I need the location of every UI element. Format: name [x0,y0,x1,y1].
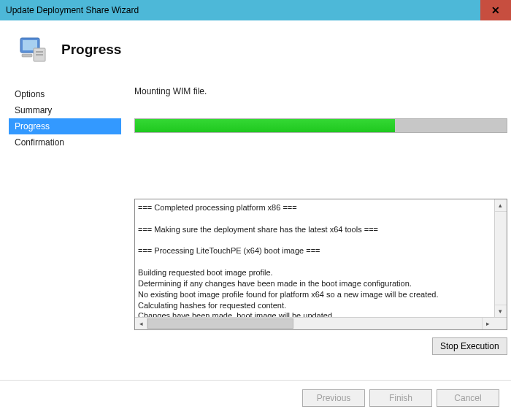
vertical-scroll-track[interactable] [495,212,507,305]
scroll-right-icon[interactable]: ▸ [482,318,494,329]
horizontal-scrollbar[interactable]: ◂ ▸ [135,317,507,329]
scroll-up-icon[interactable]: ▴ [495,199,507,212]
nav-item-summary[interactable]: Summary [9,102,121,118]
progress-bar [134,118,507,133]
log-text: === Completed processing platform x86 ==… [135,199,494,317]
nav-item-confirmation[interactable]: Confirmation [9,134,121,150]
horizontal-scroll-thumb[interactable] [147,318,293,329]
wizard-footer: Previous Finish Cancel [0,380,511,413]
svg-rect-4 [36,54,43,56]
titlebar: Update Deployment Share Wizard ✕ [0,0,511,20]
status-text: Mounting WIM file. [134,86,507,96]
scroll-down-icon[interactable]: ▾ [495,305,507,317]
svg-rect-5 [22,54,32,57]
close-button[interactable]: ✕ [480,0,511,20]
wizard-nav: Options Summary Progress Confirmation [9,83,121,375]
computer-icon [18,34,50,66]
log-box: === Completed processing platform x86 ==… [134,199,507,330]
stop-execution-button[interactable]: Stop Execution [432,337,507,355]
horizontal-scroll-track[interactable] [147,318,482,329]
cancel-button[interactable]: Cancel [437,389,499,407]
nav-item-options[interactable]: Options [9,86,121,102]
scroll-left-icon[interactable]: ◂ [135,318,147,329]
page-title: Progress [61,42,121,58]
scroll-corner [494,318,507,329]
close-icon: ✕ [491,4,500,16]
wizard-body: Options Summary Progress Confirmation Mo… [0,83,511,375]
main-panel: Mounting WIM file. === Completed process… [121,83,511,375]
window-title: Update Deployment Share Wizard [6,5,139,15]
progress-fill [135,119,395,132]
finish-button[interactable]: Finish [369,389,432,407]
svg-rect-3 [36,51,43,53]
nav-item-progress[interactable]: Progress [9,118,121,134]
wizard-header: Progress [0,20,511,83]
previous-button[interactable]: Previous [302,389,365,407]
vertical-scrollbar[interactable]: ▴ ▾ [494,199,507,317]
